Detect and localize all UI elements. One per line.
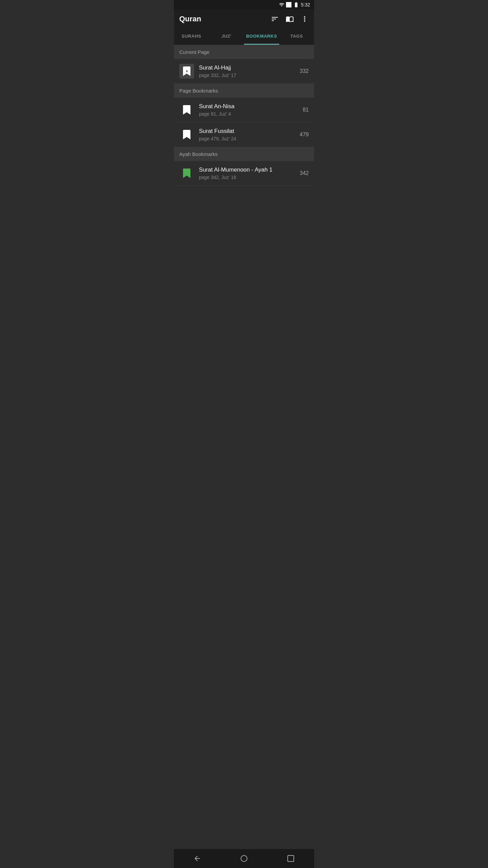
svg-text:★: ★ xyxy=(185,69,188,73)
item-subtitle-al-mumenoon: page 342, Juz' 18 xyxy=(199,175,300,180)
item-title-an-nisa: Surat An-Nisa xyxy=(199,103,303,110)
bookmark-white-icon xyxy=(183,105,190,115)
tab-surahs[interactable]: SURAHS xyxy=(174,28,209,45)
bookmark-icon-an-nisa xyxy=(179,102,194,117)
item-title-al-mumenoon: Surat Al-Mumenoon - Ayah 1 xyxy=(199,166,300,173)
tab-juz[interactable]: JUZ' xyxy=(209,28,244,45)
item-page-fussilat: 479 xyxy=(300,132,309,138)
battery-icon xyxy=(293,2,299,8)
status-icons: 5:32 xyxy=(279,2,310,8)
bookmark-star-icon: ★ xyxy=(183,66,190,76)
list-item-surat-an-nisa[interactable]: Surat An-Nisa page 81, Juz' 4 81 xyxy=(174,98,314,122)
bookmark-icon-fussilat xyxy=(179,127,194,142)
list-item-surat-fussilat[interactable]: Surat Fussilat page 479, Juz' 24 479 xyxy=(174,122,314,147)
list-item-surat-al-hajj[interactable]: ★ Surat Al-Hajj page 332, Juz' 17 332 xyxy=(174,59,314,84)
tab-bookmarks[interactable]: BOOKMARKS xyxy=(244,28,279,45)
tab-bar: SURAHS JUZ' BOOKMARKS TAGS xyxy=(174,28,314,45)
item-page-al-hajj: 332 xyxy=(300,68,309,74)
item-subtitle-al-hajj: page 332, Juz' 17 xyxy=(199,73,300,78)
list-item-surat-al-mumenoon[interactable]: Surat Al-Mumenoon - Ayah 1 page 342, Juz… xyxy=(174,161,314,186)
item-info-al-hajj: Surat Al-Hajj page 332, Juz' 17 xyxy=(199,64,300,78)
bookmark-green-icon xyxy=(183,169,190,178)
book-icon[interactable] xyxy=(286,15,294,23)
item-info-fussilat: Surat Fussilat page 479, Juz' 24 xyxy=(199,128,300,141)
tab-tags[interactable]: TAGS xyxy=(279,28,314,45)
app-bar: Quran xyxy=(174,9,314,28)
more-vertical-icon[interactable] xyxy=(301,15,309,23)
filter-icon[interactable] xyxy=(271,15,279,23)
bookmark-icon-al-mumenoon xyxy=(179,166,194,181)
bookmark-white-icon-2 xyxy=(183,130,190,139)
app-bar-actions xyxy=(271,15,309,23)
status-bar: 5:32 xyxy=(174,0,314,9)
section-header-ayah-bookmarks: Ayah Bookmarks xyxy=(174,147,314,161)
item-subtitle-fussilat: page 479, Juz' 24 xyxy=(199,136,300,141)
item-title-fussilat: Surat Fussilat xyxy=(199,128,300,135)
status-time: 5:32 xyxy=(301,2,310,7)
item-subtitle-an-nisa: page 81, Juz' 4 xyxy=(199,111,303,117)
signal-icon xyxy=(286,2,291,7)
wifi-icon xyxy=(279,2,284,7)
item-info-al-mumenoon: Surat Al-Mumenoon - Ayah 1 page 342, Juz… xyxy=(199,166,300,180)
section-header-page-bookmarks: Page Bookmarks xyxy=(174,84,314,98)
section-header-current-page: Current Page xyxy=(174,45,314,59)
item-title-al-hajj: Surat Al-Hajj xyxy=(199,64,300,71)
app-title: Quran xyxy=(179,15,201,23)
item-page-al-mumenoon: 342 xyxy=(300,170,309,176)
bookmark-icon-al-hajj: ★ xyxy=(179,64,194,79)
item-info-an-nisa: Surat An-Nisa page 81, Juz' 4 xyxy=(199,103,303,117)
item-page-an-nisa: 81 xyxy=(303,107,309,113)
content-area: Current Page ★ Surat Al-Hajj page 332, J… xyxy=(174,45,314,205)
